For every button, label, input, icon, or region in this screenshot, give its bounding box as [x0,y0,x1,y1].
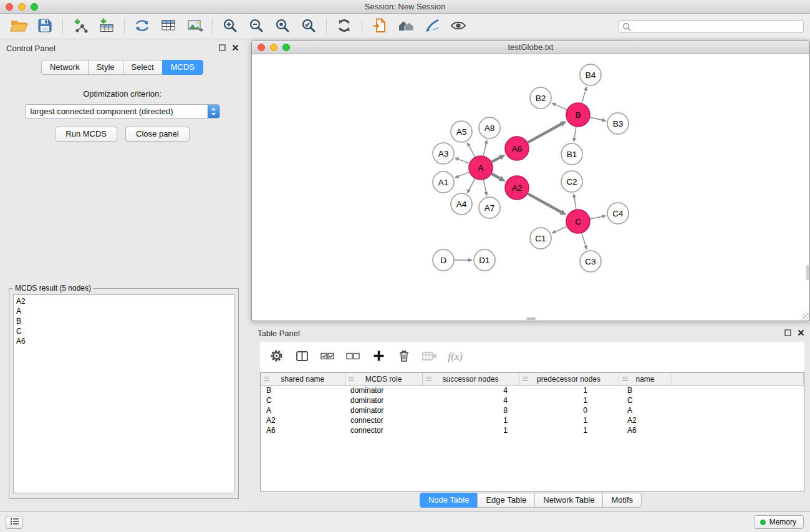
graph-edge-A-A3[interactable] [458,159,469,163]
zoom-fit-button[interactable] [269,16,296,37]
graph-edge-A2-C[interactable] [528,194,561,212]
first-neighbors-button[interactable] [367,16,393,37]
graph-node-C[interactable]: C [566,210,590,233]
graph-node-A[interactable]: A [469,156,493,180]
save-session-button[interactable] [32,16,58,37]
import-network-button[interactable] [67,16,94,37]
network-graph[interactable]: B4B2BB3A5A8A6A3B1AC2A1A2A4A7C4CC1C3DD1 [252,54,809,321]
graph-edge-C-C3[interactable] [582,233,586,246]
zoom-selected-button[interactable] [296,16,322,37]
graph-node-A4[interactable]: A4 [451,193,472,215]
column-header-MCDS-role[interactable]: MCDS role [345,373,422,385]
close-table-panel-icon[interactable] [797,329,805,337]
table-tab-node-table[interactable]: Node Table [420,493,478,508]
delete-column-button[interactable] [397,349,412,364]
refresh-button[interactable] [331,16,357,37]
graph-edge-A-A8[interactable] [483,143,486,155]
float-panel-icon[interactable] [218,44,226,52]
show-graphics-button[interactable] [445,16,471,37]
graph-node-C3[interactable]: C3 [580,251,601,272]
close-network-window-button[interactable] [258,44,265,51]
graph-node-C1[interactable]: C1 [530,228,551,249]
result-item[interactable]: A2 [16,296,234,306]
graph-node-C2[interactable]: C2 [561,171,582,192]
column-header-shared-name[interactable]: shared name [261,373,345,385]
graph-edge-A6-B[interactable] [528,124,561,142]
deselect-all-columns-button[interactable] [345,349,360,364]
open-session-button[interactable] [6,16,32,37]
graph-edge-A-A6[interactable] [492,158,500,162]
close-window-button[interactable] [6,3,13,11]
graph-edge-B-B2[interactable] [556,105,567,110]
tab-style[interactable]: Style [88,60,123,75]
select-all-columns-button[interactable] [320,349,335,364]
graph-node-B4[interactable]: B4 [580,64,601,85]
function-builder-button[interactable]: f(x) [448,349,463,364]
graph-edge-A-A2[interactable] [492,174,500,178]
tab-mcds[interactable]: MCDS [162,60,203,75]
table-row[interactable]: Bdominator41B [261,385,804,395]
graph-node-A6[interactable]: A6 [505,137,529,160]
new-table-button[interactable] [155,16,181,37]
graph-edge-C-C4[interactable] [591,216,602,219]
result-item[interactable]: C [16,326,234,336]
window-resize-grip[interactable] [802,313,809,320]
maximize-window-button[interactable] [31,3,38,11]
graph-node-A7[interactable]: A7 [479,197,500,218]
graph-node-A1[interactable]: A1 [433,172,454,193]
table-tab-network-table[interactable]: Network Table [534,493,603,508]
table-row[interactable]: A6connector11A6 [261,425,804,435]
table-row[interactable]: Cdominator41C [261,395,804,405]
criterion-select[interactable]: largest connected component (directed) [25,104,220,118]
graph-node-A3[interactable]: A3 [433,143,454,164]
apply-style-button[interactable] [419,16,445,37]
horizontal-scrollbar-thumb[interactable] [526,317,536,320]
close-panel-icon[interactable] [231,44,239,52]
add-column-button[interactable] [371,349,386,364]
result-item[interactable]: A6 [16,336,234,346]
graph-node-B1[interactable]: B1 [561,143,582,165]
zoom-in-button[interactable] [217,16,243,37]
graph-edge-A-A7[interactable] [483,180,486,192]
graph-edge-B-B4[interactable] [582,90,586,103]
graph-edge-C-C1[interactable] [556,226,567,231]
graph-edge-B-B3[interactable] [591,117,602,120]
graph-node-D[interactable]: D [433,249,454,271]
table-tab-edge-table[interactable]: Edge Table [477,493,535,508]
maximize-network-window-button[interactable] [282,44,290,51]
column-header-predecessor-nodes[interactable]: predecessor nodes [519,373,619,385]
graph-node-D1[interactable]: D1 [474,249,495,271]
network-canvas[interactable]: B4B2BB3A5A8A6A3B1AC2A1A2A4A7C4CC1C3DD1 [252,54,809,321]
graph-node-A8[interactable]: A8 [479,117,500,138]
graph-node-C4[interactable]: C4 [607,203,629,224]
delete-table-button[interactable] [422,349,437,364]
float-table-panel-icon[interactable] [784,329,792,337]
table-tab-motifs[interactable]: Motifs [602,493,642,508]
task-history-button[interactable] [6,516,23,529]
column-header-successor-nodes[interactable]: successor nodes [422,373,519,385]
show-columns-button[interactable] [294,349,309,364]
graph-node-B[interactable]: B [566,103,590,127]
export-image-button[interactable] [181,16,208,37]
minimize-network-window-button[interactable] [270,44,277,51]
tab-network[interactable]: Network [41,60,89,75]
new-network-button[interactable] [129,16,155,37]
search-input[interactable] [619,20,804,33]
graph-node-B2[interactable]: B2 [530,87,551,109]
memory-button[interactable]: Memory [754,515,804,529]
minimize-window-button[interactable] [18,3,26,11]
run-mcds-button[interactable]: Run MCDS [55,127,117,142]
result-item[interactable]: A [16,306,234,316]
graph-edge-C-C2[interactable] [574,198,576,210]
home-network-button[interactable] [393,16,419,37]
close-panel-button[interactable]: Close panel [125,127,190,142]
table-settings-button[interactable] [269,349,284,364]
result-item[interactable]: B [16,316,234,326]
graph-node-A2[interactable]: A2 [505,176,529,200]
table-row[interactable]: Adominator80A [261,405,804,415]
graph-node-A5[interactable]: A5 [451,121,472,142]
graph-node-B3[interactable]: B3 [607,113,629,134]
graph-edge-A-A5[interactable] [469,146,475,157]
zoom-out-button[interactable] [243,16,269,37]
graph-edge-A-A1[interactable] [458,172,469,177]
